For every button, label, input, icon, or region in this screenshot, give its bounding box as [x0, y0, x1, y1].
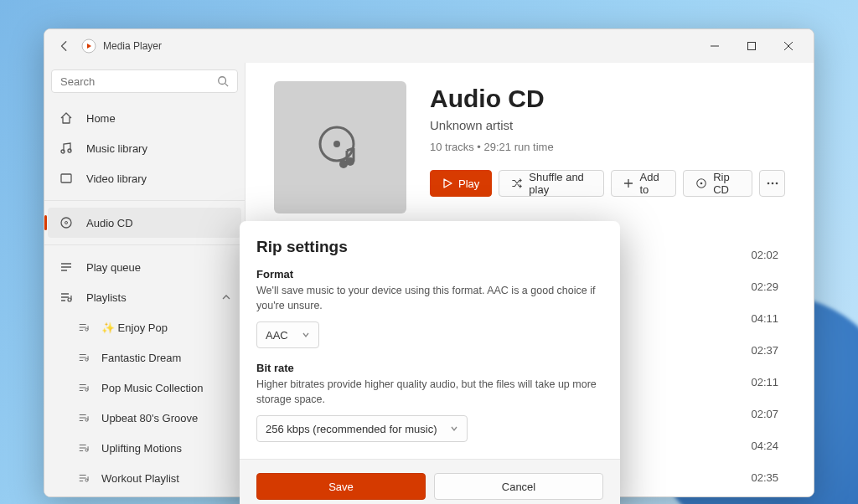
sidebar-item-label: Video library — [86, 172, 147, 185]
svg-point-22 — [771, 183, 773, 185]
divider — [44, 200, 245, 201]
playlist-item[interactable]: Fantastic Dream — [48, 342, 241, 373]
svg-point-7 — [65, 222, 68, 224]
sidebar-item-label: Home — [86, 112, 116, 125]
playlist-label: Fantastic Dream — [101, 352, 181, 364]
shuffle-play-button[interactable]: Shuffle and play — [499, 170, 604, 197]
playlist-item[interactable]: Workout Playlist — [48, 463, 241, 493]
minimize-button[interactable] — [696, 33, 733, 59]
album-title: Audio CD — [430, 85, 785, 113]
plus-icon — [623, 178, 633, 188]
svg-point-18 — [346, 157, 354, 166]
sidebar-item-home[interactable]: Home — [48, 103, 241, 133]
sidebar-item-video-library[interactable]: Video library — [48, 163, 241, 193]
maximize-icon — [747, 42, 756, 50]
playlist-icon — [76, 410, 91, 425]
playlist-item[interactable]: Uplifting Motions — [48, 433, 241, 463]
playlist-label: ✨ Enjoy Pop — [101, 321, 168, 334]
sidebar-item-label: Playlists — [86, 291, 127, 304]
sidebar: Home Music library Video library Audio C… — [44, 63, 246, 496]
cd-icon — [58, 214, 75, 231]
playlist-item[interactable]: Pop Music Collection — [48, 373, 241, 403]
dialog-title: Rip settings — [256, 238, 603, 256]
playlist-icon — [76, 350, 91, 365]
rip-settings-dialog: Rip settings Format We'll save music to … — [240, 221, 620, 504]
svg-rect-1 — [748, 43, 756, 50]
bitrate-select[interactable]: 256 kbps (recommended for music) — [256, 415, 468, 442]
search-input[interactable] — [60, 75, 217, 88]
sidebar-item-label: Music library — [86, 142, 147, 155]
format-description: We'll save music to your device using th… — [256, 284, 603, 313]
cd-music-icon — [313, 121, 367, 174]
close-icon — [784, 42, 793, 50]
shuffle-icon — [511, 177, 523, 189]
sidebar-item-play-queue[interactable]: Play queue — [48, 252, 241, 282]
svg-rect-5 — [61, 174, 71, 183]
svg-point-3 — [61, 150, 65, 153]
back-button[interactable] — [51, 33, 78, 59]
add-to-button[interactable]: Add to — [611, 170, 676, 197]
bitrate-label: Bit rate — [256, 362, 603, 374]
close-button[interactable] — [770, 33, 807, 59]
maximize-button[interactable] — [733, 33, 770, 59]
sidebar-item-label: Audio CD — [86, 217, 133, 229]
rip-cd-icon — [695, 177, 707, 189]
playlist-label: Workout Playlist — [101, 472, 179, 485]
playlist-icon — [76, 380, 91, 395]
video-library-icon — [58, 170, 75, 187]
chevron-down-icon — [450, 424, 458, 433]
playlist-icon — [76, 471, 91, 486]
queue-icon — [58, 259, 75, 275]
chevron-up-icon — [221, 292, 231, 302]
save-button[interactable]: Save — [256, 473, 426, 500]
play-icon — [442, 178, 452, 188]
playlist-icon — [76, 320, 91, 335]
playlist-icon — [76, 440, 91, 455]
svg-point-20 — [700, 183, 703, 185]
album-art — [274, 81, 406, 213]
svg-point-4 — [68, 149, 71, 152]
music-library-icon — [58, 140, 75, 157]
svg-point-16 — [333, 141, 340, 147]
svg-point-21 — [767, 183, 769, 185]
album-meta: 10 tracks • 29:21 run time — [430, 141, 785, 153]
playlists-icon — [58, 289, 75, 306]
home-icon — [58, 110, 75, 126]
album-header: Audio CD Unknown artist 10 tracks • 29:2… — [246, 63, 814, 213]
titlebar: Media Player — [44, 29, 814, 63]
bitrate-description: Higher bitrates provide higher quality a… — [256, 378, 603, 407]
sidebar-item-audio-cd[interactable]: Audio CD — [48, 208, 241, 238]
sidebar-item-music-library[interactable]: Music library — [48, 133, 241, 163]
album-artist: Unknown artist — [430, 118, 785, 132]
rip-cd-button[interactable]: Rip CD — [683, 170, 752, 197]
svg-point-2 — [219, 77, 226, 85]
svg-point-6 — [61, 218, 71, 228]
more-button[interactable] — [759, 170, 785, 197]
search-icon — [217, 75, 229, 87]
app-title: Media Player — [103, 40, 162, 52]
playlist-item[interactable]: ✨ Enjoy Pop — [48, 312, 241, 342]
format-label: Format — [256, 268, 603, 280]
search-box[interactable] — [51, 69, 238, 93]
svg-point-23 — [775, 183, 778, 185]
format-select[interactable]: AAC — [256, 321, 319, 348]
sidebar-item-playlists[interactable]: Playlists — [48, 282, 241, 312]
app-icon — [81, 39, 96, 54]
playlist-item[interactable]: Upbeat 80's Groove — [48, 403, 241, 433]
playlist-label: Pop Music Collection — [101, 382, 203, 394]
divider — [44, 244, 245, 245]
play-button[interactable]: Play — [430, 170, 492, 197]
back-arrow-icon — [59, 40, 70, 52]
sidebar-item-label: Play queue — [86, 261, 141, 274]
chevron-down-icon — [302, 331, 310, 339]
more-icon — [767, 182, 778, 185]
playlist-label: Upbeat 80's Groove — [101, 412, 198, 424]
playlist-label: Uplifting Motions — [101, 442, 182, 455]
cancel-button[interactable]: Cancel — [434, 473, 603, 500]
minimize-icon — [711, 42, 719, 50]
